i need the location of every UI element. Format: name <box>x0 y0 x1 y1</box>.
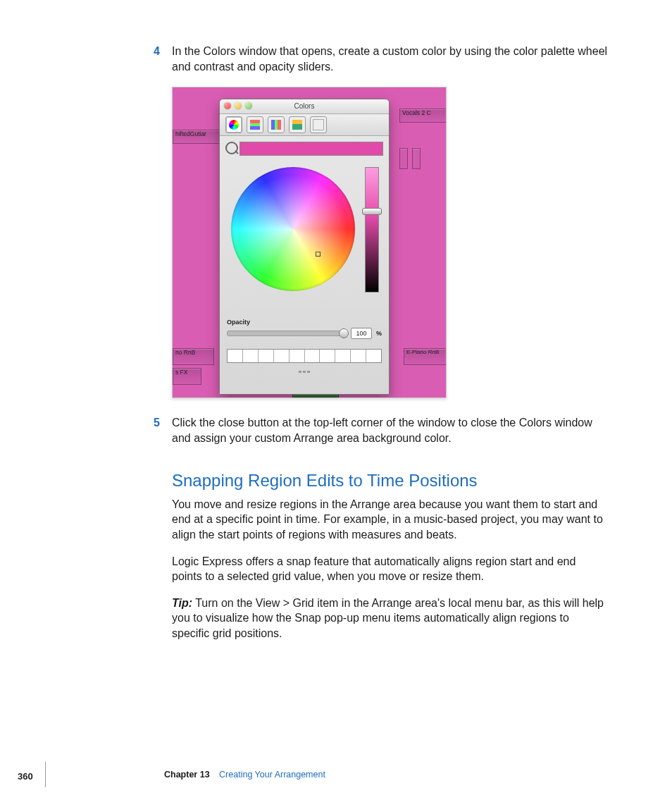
step-number-5: 5 <box>154 415 160 431</box>
step-number-4: 4 <box>154 44 160 59</box>
opacity-value[interactable]: 100 <box>351 328 372 339</box>
window-title: Colors <box>294 102 315 110</box>
brightness-slider-knob[interactable] <box>362 208 382 215</box>
brightness-slider[interactable] <box>365 167 379 292</box>
page-number: 360 <box>18 770 33 783</box>
minimize-icon[interactable] <box>235 102 242 109</box>
colors-window: Colors Opacity <box>219 99 390 395</box>
opacity-label: Opacity <box>227 318 382 326</box>
page-footer: 360 Chapter 13 Creating Your Arrangement <box>45 762 633 787</box>
step-text-5: Click the close button at the top-left c… <box>172 415 609 445</box>
close-icon[interactable] <box>224 102 231 109</box>
resize-grabber-icon[interactable] <box>220 367 389 376</box>
section-paragraph-2: Logic Express offers a snap feature that… <box>172 554 609 584</box>
footer-chapter: Chapter 13 <box>164 770 210 780</box>
colors-window-screenshot: hiftedGutiar Vocals 2 C no RnB s FX E-Pi… <box>172 87 447 398</box>
crayons-tab[interactable] <box>310 116 327 133</box>
track-label: hiftedGutiar <box>173 130 221 144</box>
color-wheel-marker[interactable] <box>316 252 321 257</box>
track-label: E-Piano RnB <box>404 348 447 365</box>
window-title-bar: Colors <box>220 99 389 114</box>
zoom-icon[interactable] <box>245 102 252 109</box>
magnifier-icon[interactable] <box>225 142 238 154</box>
section-heading: Snapping Region Edits to Time Positions <box>172 469 609 492</box>
color-wheel-tab[interactable] <box>225 116 242 133</box>
percent-sign: % <box>376 329 382 338</box>
color-wheel[interactable] <box>231 167 355 291</box>
step-text-4: In the Colors window that opens, create … <box>172 44 609 74</box>
color-sliders-tab[interactable] <box>247 116 263 133</box>
color-palettes-tab[interactable] <box>268 116 285 133</box>
tip-text: Turn on the View > Grid item in the Arra… <box>172 597 604 639</box>
image-palettes-tab[interactable] <box>289 116 306 133</box>
selected-color-swatch <box>239 142 383 156</box>
track-label: Vocals 2 C <box>399 109 447 123</box>
section-tip: Tip: Turn on the View > Grid item in the… <box>172 596 609 641</box>
tip-label: Tip: <box>172 597 192 609</box>
opacity-slider[interactable] <box>227 331 347 336</box>
opacity-slider-knob[interactable] <box>339 328 349 338</box>
section-paragraph-1: You move and resize regions in the Arran… <box>172 497 609 543</box>
footer-chapter-title: Creating Your Arrangement <box>219 770 325 780</box>
track-label: no RnB <box>173 348 214 365</box>
track-label: s FX <box>173 368 201 385</box>
swatch-row[interactable] <box>227 349 382 363</box>
